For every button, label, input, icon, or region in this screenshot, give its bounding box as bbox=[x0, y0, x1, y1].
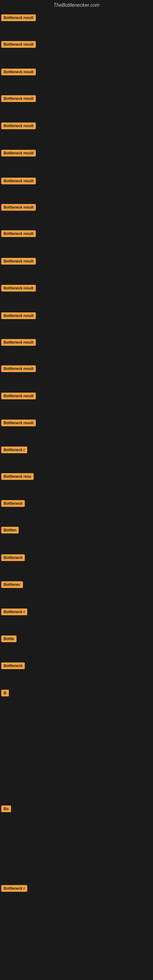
bottleneck-badge-4: Bottleneck result bbox=[1, 95, 36, 102]
bottleneck-item-26: B bbox=[1, 690, 9, 698]
bottleneck-badge-29: Bottleneck r bbox=[1, 885, 27, 892]
bottleneck-item-3: Bottleneck result bbox=[1, 68, 36, 76]
bottleneck-item-6: Bottleneck result bbox=[1, 150, 36, 158]
bottleneck-item-25: Bottleneck bbox=[1, 662, 25, 670]
bottleneck-badge-13: Bottleneck result bbox=[1, 339, 36, 346]
bottleneck-badge-1: Bottleneck result bbox=[1, 14, 36, 21]
bottleneck-item-14: Bottleneck result bbox=[1, 365, 36, 373]
bottleneck-item-8: Bottleneck result bbox=[1, 204, 36, 212]
bottleneck-item-12: Bottleneck result bbox=[1, 312, 36, 320]
bottleneck-item-22: Bottlenec bbox=[1, 581, 23, 589]
bottleneck-item-20: Bottlen bbox=[1, 527, 19, 535]
bottleneck-badge-24: Bottle bbox=[1, 635, 16, 642]
bottleneck-item-9: Bottleneck result bbox=[1, 230, 36, 238]
bottleneck-item-13: Bottleneck result bbox=[1, 339, 36, 347]
bottleneck-item-17: Bottleneck r bbox=[1, 447, 27, 455]
bottleneck-badge-10: Bottleneck result bbox=[1, 258, 36, 265]
bottleneck-badge-9: Bottleneck result bbox=[1, 230, 36, 237]
site-title: TheBottlenecker.com bbox=[0, 0, 153, 9]
bottleneck-item-15: Bottleneck result bbox=[1, 393, 36, 401]
bottleneck-badge-25: Bottleneck bbox=[1, 662, 25, 669]
bottleneck-item-5: Bottleneck result bbox=[1, 123, 36, 130]
bottleneck-badge-8: Bottleneck result bbox=[1, 204, 36, 211]
bottleneck-item-28: Bo bbox=[1, 805, 11, 813]
bottleneck-item-1: Bottleneck result bbox=[1, 14, 36, 22]
bottleneck-item-11: Bottleneck result bbox=[1, 285, 36, 293]
bottleneck-badge-15: Bottleneck result bbox=[1, 393, 36, 399]
bottleneck-item-4: Bottleneck result bbox=[1, 95, 36, 103]
bottleneck-item-29: Bottleneck r bbox=[1, 885, 27, 893]
bottleneck-badge-5: Bottleneck result bbox=[1, 123, 36, 129]
bottleneck-item-19: Bottleneck bbox=[1, 500, 25, 508]
bottleneck-badge-3: Bottleneck result bbox=[1, 68, 36, 75]
bottleneck-badge-14: Bottleneck result bbox=[1, 365, 36, 372]
bottleneck-badge-18: Bottleneck resu bbox=[1, 473, 33, 480]
bottleneck-badge-2: Bottleneck result bbox=[1, 41, 36, 48]
bottleneck-badge-12: Bottleneck result bbox=[1, 312, 36, 319]
bottleneck-item-21: Bottleneck bbox=[1, 554, 25, 562]
bottleneck-badge-19: Bottleneck bbox=[1, 500, 25, 507]
bottleneck-badge-21: Bottleneck bbox=[1, 554, 25, 561]
bottleneck-badge-20: Bottlen bbox=[1, 527, 19, 533]
bottleneck-badge-28: Bo bbox=[1, 805, 11, 812]
bottleneck-badge-22: Bottlenec bbox=[1, 581, 23, 588]
bottleneck-badge-23: Bottleneck r bbox=[1, 609, 27, 615]
bottleneck-item-23: Bottleneck r bbox=[1, 609, 27, 616]
bottleneck-badge-7: Bottleneck result bbox=[1, 178, 36, 185]
bottleneck-badge-6: Bottleneck result bbox=[1, 150, 36, 156]
bottleneck-badge-11: Bottleneck result bbox=[1, 285, 36, 291]
bottleneck-item-7: Bottleneck result bbox=[1, 178, 36, 186]
bottleneck-badge-16: Bottleneck result bbox=[1, 420, 36, 426]
bottleneck-item-2: Bottleneck result bbox=[1, 41, 36, 49]
bottleneck-item-16: Bottleneck result bbox=[1, 420, 36, 428]
bottleneck-badge-26: B bbox=[1, 690, 9, 697]
bottleneck-item-10: Bottleneck result bbox=[1, 258, 36, 266]
bottleneck-badge-17: Bottleneck r bbox=[1, 447, 27, 453]
bottleneck-item-24: Bottle bbox=[1, 635, 16, 643]
bottleneck-item-18: Bottleneck resu bbox=[1, 473, 33, 481]
